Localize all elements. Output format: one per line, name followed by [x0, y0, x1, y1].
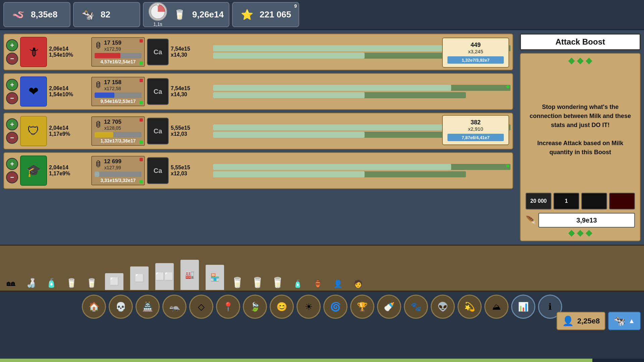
unit-btn-group-heart: + −: [6, 79, 18, 104]
building-slot-0[interactable]: ⬜: [102, 246, 126, 290]
worm-stat: 🪱 8,35e8: [3, 2, 70, 27]
top-diamonds: [526, 59, 635, 63]
barrel-green-indicator-hat: [140, 180, 143, 183]
barrel-text-heart: 9,54e16/2,53e17: [95, 99, 142, 104]
icon-btn-rings[interactable]: 💫: [458, 295, 482, 319]
barrel-count-shield: 12 705: [104, 119, 121, 125]
icon-btn-swirl[interactable]: 🌀: [323, 295, 347, 319]
boost-btn-4[interactable]: [609, 193, 635, 209]
btn-plus-heart[interactable]: +: [6, 79, 18, 91]
cow-value: 82: [101, 9, 110, 20]
boost-btn-1[interactable]: 1: [553, 193, 579, 209]
tooltip-bar-sword: 1,32e7/3,92e7: [447, 56, 504, 64]
unit-row-hat: + − 🎓 2,04e14 1,17e9% 🛢 12 699 x127,99 3…: [3, 152, 513, 189]
building-slot-3[interactable]: 🏭: [178, 246, 201, 290]
unit-row-sword: + − 🗡 2,06e14 1,54e10% 🛢 17 159 x172,59 …: [3, 34, 513, 70]
building-right-deco-6: 🧑: [349, 248, 367, 288]
icon-btn-cup[interactable]: 🏆: [350, 295, 374, 319]
progress-bar-container: [0, 359, 644, 362]
icon-btn-sun[interactable]: ☀: [297, 295, 321, 319]
building-right-deco-4: 🏺: [309, 248, 327, 288]
ca-box-sword: Ca: [147, 39, 169, 65]
barrel-bar-heart: [95, 93, 142, 98]
icon-btn-pin[interactable]: 📍: [216, 295, 240, 319]
icon-btn-castle2[interactable]: 🏯: [136, 295, 160, 319]
ca-stats-shield: 5,55e15 x12,03: [171, 125, 211, 137]
btn-minus-sword[interactable]: −: [6, 53, 18, 65]
barrel-count-heart: 17 158: [104, 79, 121, 86]
currency-display: 👤 2,25e8 🐄 ▲: [556, 312, 641, 330]
unit-btn-group-shield: + −: [6, 118, 18, 144]
building-slot-4[interactable]: 🏪: [203, 246, 226, 290]
boost-input-row: 🪶 3,9e13: [526, 213, 635, 228]
boost-controls[interactable]: 20 000 1: [526, 193, 635, 209]
building-deco-1: 🍶: [22, 248, 40, 288]
icon-btn-paw2[interactable]: 🐾: [404, 295, 428, 319]
timer-value: 9,26e14: [192, 9, 224, 20]
btn-minus-shield[interactable]: −: [6, 132, 18, 144]
boost-btn-20000[interactable]: 20 000: [526, 193, 551, 209]
ca-box-shield: Ca: [147, 118, 169, 144]
unit-stats-shield: 2,04e14 1,17e9%: [49, 125, 89, 137]
barrel-section-hat: 🛢 12 699 x127,99 3,31e15/3,32e17: [91, 156, 145, 185]
barrel-red-indicator-sword: [140, 39, 143, 43]
right-panel: Attack Boost Stop wondering what's the c…: [517, 30, 644, 245]
btn-minus-hat[interactable]: −: [6, 171, 18, 183]
icon-btn-bottle[interactable]: 🍼: [377, 295, 401, 319]
unit-icon-shield: 🛡: [20, 116, 47, 146]
worm-icon: 🪱: [9, 5, 28, 24]
human-icon: 👤: [562, 315, 574, 326]
unit-row-shield: + − 🛡 2,04e14 1,17e9% 🛢 12 705 x128,05 1…: [3, 113, 513, 149]
barrel-icon-hat: 🛢: [95, 160, 102, 169]
ca-box-hat: Ca: [147, 157, 169, 184]
boost-btn-3[interactable]: [581, 193, 607, 209]
barrel-bar-sword: [95, 53, 142, 58]
pipe-bar2-sword: [213, 53, 466, 59]
ca-stats-sword: 7,54e15 x14,30: [171, 46, 211, 58]
attack-boost-content: Stop wondering what's the connection bet…: [520, 53, 641, 241]
barrel-text-shield: 1,32e17/3,36e17: [95, 138, 142, 143]
building-deco-0: 🏘: [2, 248, 20, 288]
btn-plus-sword[interactable]: +: [6, 39, 18, 51]
icon-btn-face[interactable]: 😊: [270, 295, 294, 319]
building-slot-2[interactable]: ⬜⬜: [153, 246, 176, 290]
icon-btn-alien[interactable]: 👽: [431, 295, 455, 319]
barrel-icon-shield: 🛢: [95, 120, 102, 129]
btn-minus-heart[interactable]: −: [6, 92, 18, 104]
icon-bar: 🏠💀🏯🦡◇📍🍃😊☀🌀🏆🍼🐾👽💫⛰📊ℹ: [0, 292, 644, 322]
boost-input-value[interactable]: 3,9e13: [538, 213, 635, 228]
diamond-b1: [568, 230, 575, 237]
diamond-2: [577, 58, 584, 64]
barrel-icon-sword: 🛢: [95, 41, 102, 50]
icon-btn-badger[interactable]: 🦡: [162, 295, 186, 319]
icon-btn-chart[interactable]: 📊: [511, 295, 535, 319]
unit-row-heart: + − ❤ 2,06e14 1,54e10% 🛢 17 158 x172,58 …: [3, 73, 513, 110]
icon-btn-leaf[interactable]: 🍃: [243, 295, 267, 319]
barrel-mult-shield: x128,05: [104, 125, 121, 131]
cow-button[interactable]: 🐄 ▲: [608, 312, 641, 330]
barrel-mult-sword: x172,59: [104, 46, 121, 52]
icon-btn-mountain[interactable]: ⛰: [484, 295, 508, 319]
icon-btn-diamond2[interactable]: ◇: [189, 295, 213, 319]
human-value: 2,25e8: [577, 317, 600, 325]
bottom-diamonds: [526, 231, 635, 236]
btn-plus-hat[interactable]: +: [6, 158, 18, 170]
barrel-green-indicator-sword: [140, 61, 143, 65]
pipe-bar1-heart: [213, 85, 511, 91]
building-slot-1[interactable]: ⬜: [127, 246, 151, 290]
cow-icon: 🐄: [79, 5, 97, 24]
building-deco-4: 🥛: [82, 248, 101, 288]
star-count: 9: [294, 3, 297, 9]
icon-btn-skull[interactable]: 💀: [109, 295, 133, 319]
barrel-section-shield: 🛢 12 705 x128,05 1,32e17/3,36e17: [91, 116, 145, 146]
barrel-red-indicator-shield: [140, 118, 143, 122]
units-container: + − 🗡 2,06e14 1,54e10% 🛢 17 159 x172,59 …: [3, 34, 513, 189]
btn-plus-shield[interactable]: +: [6, 118, 18, 130]
icon-btn-house[interactable]: 🏠: [82, 295, 106, 319]
unit-icon-hat: 🎓: [20, 156, 47, 186]
cow-btn-icon: 🐄: [614, 315, 626, 326]
cow-stat: 🐄 82: [73, 2, 140, 27]
building-right-deco-5: 👤: [329, 248, 347, 288]
barrel-red-indicator-heart: [140, 79, 143, 82]
unit-icon-sword: 🗡: [20, 37, 47, 67]
